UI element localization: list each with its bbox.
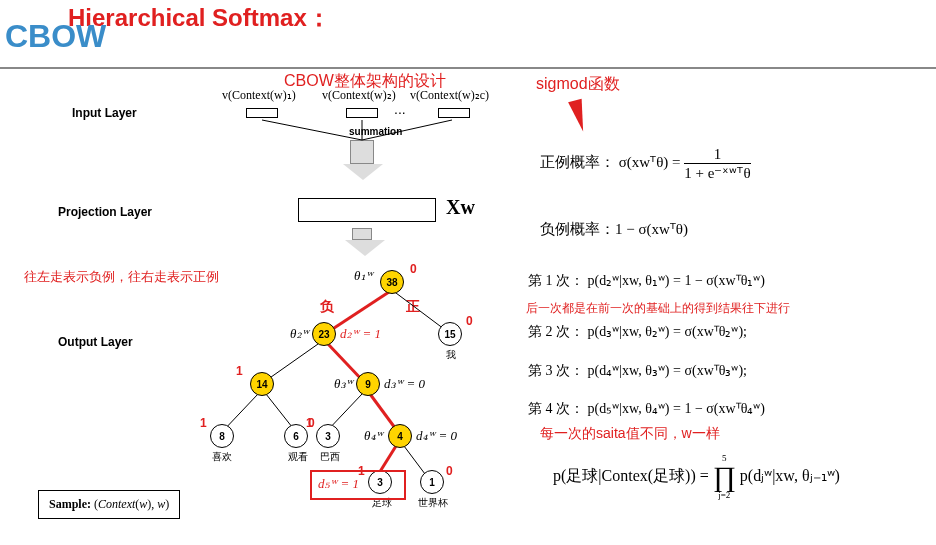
label-8: 喜欢 [212,450,232,464]
path-0-4: 0 [446,464,453,478]
path-0-2: 0 [466,314,473,328]
path-1-1: 1 [236,364,243,378]
negative-prob-formula: 负例概率：1 − σ(xwᵀθ) [540,220,688,239]
node-4: 4 [388,424,412,448]
theta-3: θ₃ʷ [334,376,353,392]
highlight-box [310,470,406,500]
path-1-2: 1 [200,416,207,430]
final-formula: p(足球|Contex(足球)) = 5 ∏ j=2 p(dⱼʷ|xw, θⱼ₋… [553,454,840,500]
d4: d₄ʷ = 0 [416,428,457,444]
node-23: 23 [312,322,336,346]
node-15: 15 [438,322,462,346]
theta-4: θ₄ʷ [364,428,383,444]
arrow-sigmod [568,99,590,134]
step-4: 第 4 次： p(d₅ʷ|xw, θ₄ʷ) = 1 − σ(xwᵀθ₄ʷ) [528,400,765,418]
d3: d₃ʷ = 0 [384,376,425,392]
d2: d₂ʷ = 1 [340,326,381,342]
node-8: 8 [210,424,234,448]
label-15: 我 [446,348,456,362]
node-9: 9 [356,372,380,396]
node-6: 6 [284,424,308,448]
node-1: 1 [420,470,444,494]
theta-2: θ₂ʷ [290,326,309,342]
node-38: 38 [380,270,404,294]
note-bottom: 每一次的saita值不同，w一样 [540,425,720,443]
positive-prob-formula: 正例概率： σ(xwᵀθ) = 11 + e⁻ˣʷᵀθ [540,146,751,182]
svg-line-2 [362,120,452,140]
svg-line-0 [262,120,362,140]
sigmod-label: sigmod函数 [536,74,620,95]
label-3a: 巴西 [320,450,340,464]
step-2: 第 2 次： p(d₃ʷ|xw, θ₂ʷ) = σ(xwᵀθ₂ʷ); [528,323,747,341]
theta-1: θ₁ʷ [354,268,373,284]
step-1: 第 1 次： p(d₂ʷ|xw, θ₁ʷ) = 1 − σ(xwᵀθ₁ʷ) [528,272,765,290]
sample-box: Sample: (Context(w), w) [38,490,180,519]
node-14: 14 [250,372,274,396]
label-6: 观看 [288,450,308,464]
node-3a: 3 [316,424,340,448]
path-1-3: 1 [306,416,313,430]
path-0-1: 0 [410,262,417,276]
label-1: 世界杯 [418,496,448,510]
note-mid: 后一次都是在前一次的基础上的得到结果往下进行 [526,300,790,317]
step-3: 第 3 次： p(d₄ʷ|xw, θ₃ʷ) = σ(xwᵀθ₃ʷ); [528,362,747,380]
svg-line-5 [264,344,318,382]
tree-edges [0,0,520,545]
